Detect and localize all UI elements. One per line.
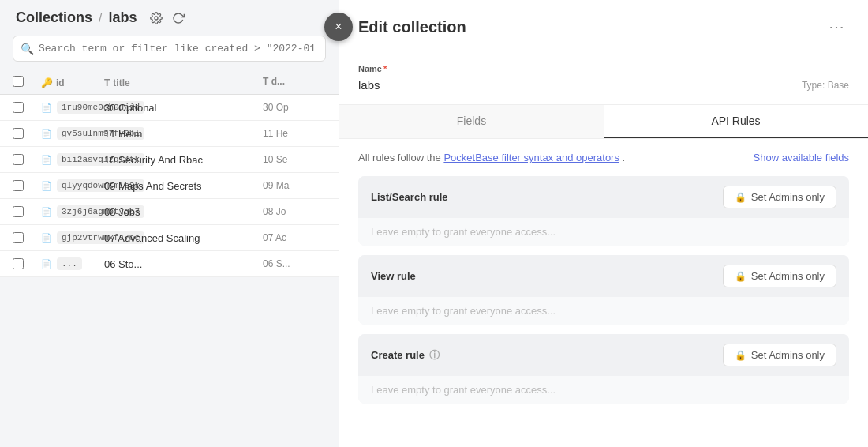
select-all-checkbox[interactable]: [13, 76, 24, 87]
right-panel: Edit collection ⋯ Name * Type: Base Fiel…: [339, 0, 868, 447]
row-id-value: ...: [57, 257, 82, 270]
header-id: 🔑 id: [41, 76, 104, 89]
row-title: 10 Security And Rbac: [104, 154, 263, 166]
view-rule-section: View rule 🔒 Set Admins only: [358, 255, 849, 325]
row-checkbox[interactable]: [13, 258, 24, 269]
name-label: Name *: [358, 64, 849, 73]
header-title: T title: [104, 76, 263, 89]
table-row[interactable]: 📄 bii2asvqlzqi4tk 10 Security And Rbac 1…: [0, 147, 339, 173]
row-date: 11 He: [263, 128, 326, 139]
row-date: 30 Op: [263, 102, 326, 113]
row-id-icon: 📄: [41, 155, 52, 165]
row-title: 07 Advanced Scaling: [104, 232, 263, 244]
info-icon[interactable]: ⓘ: [429, 348, 440, 362]
breadcrumb: Collections / labs: [0, 0, 339, 36]
table-row[interactable]: 📄 qlyyqdowntmle3k 09 Maps And Secrets 09…: [0, 173, 339, 199]
type-icon: T: [104, 77, 110, 88]
row-date: 08 Jo: [263, 206, 326, 217]
search-icon: 🔍: [21, 43, 34, 55]
tab-api-rules[interactable]: API Rules: [604, 105, 868, 138]
tab-fields[interactable]: Fields: [339, 105, 604, 138]
panel-title: Edit collection: [358, 18, 466, 36]
row-id-icon: 📄: [41, 259, 52, 269]
view-set-admins-button[interactable]: 🔒 Set Admins only: [723, 265, 836, 287]
row-checkbox[interactable]: [13, 180, 24, 191]
tabs-row: Fields API Rules: [339, 105, 868, 139]
row-date: 09 Ma: [263, 180, 326, 191]
create-rule-title: Create rule ⓘ: [371, 348, 440, 362]
table-row[interactable]: 📄 1ru90me0gh0ujid 30 Optional 30 Op: [0, 95, 339, 121]
row-checkbox[interactable]: [13, 128, 24, 139]
name-required: *: [383, 64, 387, 73]
name-input-row: Type: Base: [358, 78, 849, 92]
row-id-icon: 📄: [41, 207, 52, 217]
row-title: 09 Maps And Secrets: [104, 180, 263, 192]
row-date: 07 Ac: [263, 232, 326, 243]
breadcrumb-icons: [148, 10, 186, 26]
row-title: 06 Sto...: [104, 258, 263, 270]
row-id-icon: 📄: [41, 103, 52, 113]
type-badge: Type: Base: [802, 80, 849, 91]
table-row[interactable]: 📄 gv5sulnm97fy8bl 11 Helm 11 He: [0, 121, 339, 147]
table-row[interactable]: 📄 ... 06 Sto... 06 S...: [0, 251, 339, 277]
list-search-rule-section: List/Search rule 🔒 Set Admins only: [358, 176, 849, 246]
row-title: 30 Optional: [104, 102, 263, 114]
panel-header: Edit collection ⋯: [339, 0, 868, 51]
row-id-icon: 📄: [41, 181, 52, 191]
lock-icon: 🔒: [735, 192, 746, 203]
row-date: 06 S...: [263, 258, 326, 269]
table-row[interactable]: 📄 gjp2vtrwmxfs7oc 07 Advanced Scaling 07…: [0, 225, 339, 251]
row-title: 08 Jobs: [104, 206, 263, 218]
table-row[interactable]: 📄 3zj6j6agmbtvgc7 08 Jobs 08 Jo: [0, 199, 339, 225]
create-rule-input[interactable]: [358, 376, 849, 404]
breadcrumb-current: labs: [108, 9, 137, 26]
row-checkbox[interactable]: [13, 154, 24, 165]
view-rule-input[interactable]: [358, 297, 849, 325]
collection-name-input[interactable]: [358, 78, 802, 92]
create-rule-header: Create rule ⓘ 🔒 Set Admins only: [358, 334, 849, 376]
show-available-fields-button[interactable]: Show available fields: [754, 152, 849, 163]
more-options-button[interactable]: ⋯: [824, 16, 849, 38]
list-search-rule-header: List/Search rule 🔒 Set Admins only: [358, 176, 849, 218]
lock-icon: 🔒: [735, 271, 746, 282]
create-set-admins-button[interactable]: 🔒 Set Admins only: [723, 344, 836, 366]
refresh-icon-button[interactable]: [170, 10, 186, 26]
list-search-rule-input[interactable]: [358, 218, 849, 246]
list-search-rule-title: List/Search rule: [371, 191, 448, 203]
breadcrumb-separator: /: [99, 11, 102, 25]
svg-point-0: [155, 17, 158, 20]
row-title: 11 Helm: [104, 128, 263, 140]
rules-info: All rules follow the PocketBase filter s…: [358, 152, 849, 163]
list-search-set-admins-button[interactable]: 🔒 Set Admins only: [723, 186, 836, 208]
row-date: 10 Se: [263, 154, 326, 165]
view-rule-header: View rule 🔒 Set Admins only: [358, 255, 849, 297]
row-checkbox[interactable]: [13, 232, 24, 243]
header-checkbox: [13, 76, 41, 89]
rules-link[interactable]: PocketBase filter syntax and operators: [443, 152, 619, 163]
close-button[interactable]: ×: [324, 13, 353, 41]
row-checkbox[interactable]: [13, 206, 24, 217]
table-body: 📄 1ru90me0gh0ujid 30 Optional 30 Op 📄 gv…: [0, 95, 339, 447]
search-input[interactable]: [13, 36, 326, 62]
view-rule-title: View rule: [371, 270, 416, 282]
table-header: 🔑 id T title T d...: [0, 71, 339, 95]
breadcrumb-collections[interactable]: Collections: [16, 9, 92, 26]
create-rule-section: Create rule ⓘ 🔒 Set Admins only: [358, 334, 849, 404]
panel-body: All rules follow the PocketBase filter s…: [339, 139, 868, 447]
row-checkbox[interactable]: [13, 102, 24, 113]
row-id-icon: 📄: [41, 129, 52, 139]
left-panel: Collections / labs × 🔍: [0, 0, 339, 447]
settings-icon-button[interactable]: [148, 10, 164, 26]
row-id-icon: 📄: [41, 233, 52, 243]
name-section: Name * Type: Base: [339, 51, 868, 105]
header-date: T d...: [263, 76, 326, 89]
search-bar: 🔍: [0, 36, 339, 71]
lock-icon: 🔒: [735, 350, 746, 361]
key-icon: 🔑: [41, 77, 53, 88]
rules-info-text: All rules follow the PocketBase filter s…: [358, 152, 625, 163]
